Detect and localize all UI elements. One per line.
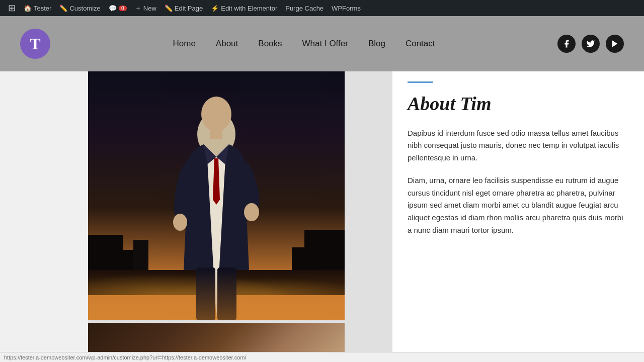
elementor-link[interactable]: ⚡ Edit with Elementor bbox=[207, 0, 281, 16]
nav-blog[interactable]: Blog bbox=[368, 39, 385, 49]
purge-cache-link[interactable]: Purge Cache bbox=[281, 0, 328, 16]
about-paragraph-2: Diam, urna, ornare leo facilisis suspend… bbox=[408, 174, 629, 237]
svg-marker-0 bbox=[612, 40, 618, 47]
status-url: https://tester.a-demowebsiter.com/wp-adm… bbox=[4, 354, 246, 360]
svg-rect-7 bbox=[217, 267, 236, 320]
new-link[interactable]: ＋ New bbox=[131, 0, 160, 16]
svg-point-4 bbox=[244, 203, 259, 221]
admin-tester-link[interactable]: 🏠 Tester bbox=[20, 0, 55, 16]
main-portrait-photo bbox=[88, 71, 345, 320]
youtube-icon[interactable] bbox=[606, 35, 624, 53]
site-logo[interactable]: T bbox=[20, 29, 50, 59]
about-heading: About Tim bbox=[408, 93, 629, 115]
home-icon: 🏠 bbox=[24, 5, 32, 12]
admin-bar: ⊞ 🏠 Tester ✏️ Customize 💬 0 ＋ New ✏️ Edi… bbox=[0, 0, 644, 16]
new-icon: ＋ bbox=[135, 4, 141, 13]
comments-link[interactable]: 💬 0 bbox=[105, 0, 131, 16]
left-panel bbox=[0, 71, 392, 362]
svg-rect-3 bbox=[210, 129, 222, 139]
comments-badge: 0 bbox=[119, 6, 127, 11]
svg-point-2 bbox=[201, 97, 231, 132]
svg-point-5 bbox=[173, 214, 187, 231]
wp-logo-button[interactable]: ⊞ bbox=[4, 0, 20, 16]
comments-icon: 💬 bbox=[109, 5, 117, 12]
elementor-icon: ⚡ bbox=[211, 5, 219, 12]
twitter-icon[interactable] bbox=[582, 35, 600, 53]
main-content: About Tim Dapibus id interdum fusce sed … bbox=[0, 71, 644, 362]
nav-contact[interactable]: Contact bbox=[406, 39, 435, 49]
site-header: T Home About Books What I Offer Blog Con… bbox=[0, 16, 644, 71]
edit-page-icon: ✏️ bbox=[165, 5, 173, 12]
customize-link[interactable]: ✏️ Customize bbox=[55, 0, 104, 16]
right-panel: About Tim Dapibus id interdum fusce sed … bbox=[392, 71, 644, 362]
nav-home[interactable]: Home bbox=[173, 39, 196, 49]
social-icons bbox=[557, 35, 624, 53]
customize-icon: ✏️ bbox=[59, 5, 67, 12]
nav-books[interactable]: Books bbox=[258, 39, 282, 49]
nav-about[interactable]: About bbox=[216, 39, 238, 49]
wpforms-link[interactable]: WPForms bbox=[328, 0, 365, 16]
edit-page-link[interactable]: ✏️ Edit Page bbox=[160, 0, 207, 16]
left-white-strip bbox=[0, 71, 88, 362]
facebook-icon[interactable] bbox=[557, 35, 576, 53]
svg-rect-6 bbox=[196, 267, 215, 320]
nav-what-i-offer[interactable]: What I Offer bbox=[302, 39, 348, 49]
person-silhouette bbox=[146, 79, 287, 320]
main-navigation: Home About Books What I Offer Blog Conta… bbox=[173, 39, 435, 49]
status-bar: https://tester.a-demowebsiter.com/wp-adm… bbox=[0, 352, 644, 362]
wordpress-icon: ⊞ bbox=[8, 3, 16, 14]
decorative-line bbox=[408, 81, 433, 83]
about-paragraph-1: Dapibus id interdum fusce sed odio massa… bbox=[408, 127, 629, 164]
